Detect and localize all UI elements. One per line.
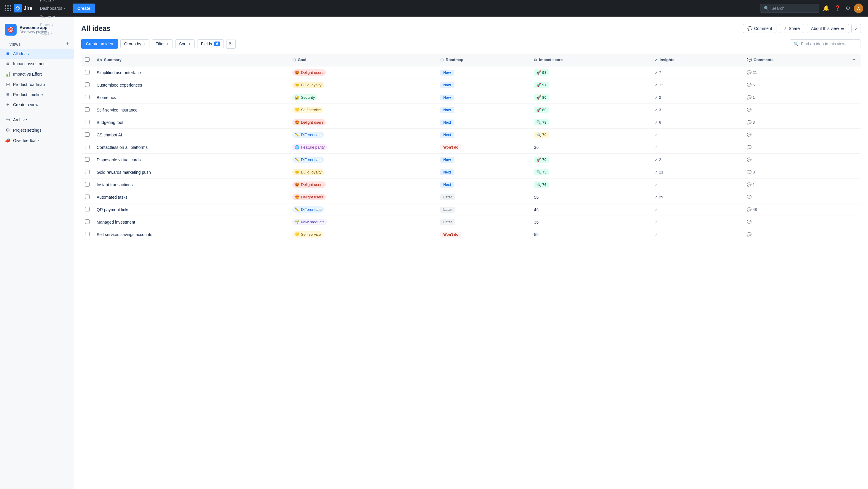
goal-badge[interactable]: ✏️ Differentiate	[292, 157, 324, 163]
row-summary-cell[interactable]: Managed investment	[93, 216, 289, 228]
comment-button[interactable]: 💬 Comment	[743, 24, 777, 33]
roadmap-badge[interactable]: Next	[440, 169, 454, 175]
roadmap-badge[interactable]: Now	[440, 107, 454, 113]
logo-text: Jira	[24, 6, 32, 11]
comment-icon-empty: 💬	[747, 108, 751, 112]
row-checkbox[interactable]	[85, 219, 90, 224]
sidebar-item-create-view[interactable]: +Create a view	[0, 100, 74, 110]
roadmap-badge[interactable]: Later	[440, 207, 455, 213]
sidebar-item-give-feedback[interactable]: 📣Give feedback	[0, 135, 74, 146]
create-button[interactable]: Create	[73, 4, 95, 13]
goal-badge[interactable]: 😍 Delight users	[292, 182, 326, 188]
nav-item-apps[interactable]: Apps▾	[37, 29, 68, 37]
add-view-button[interactable]: +	[66, 41, 69, 47]
fields-button[interactable]: Fields 6	[197, 39, 224, 48]
row-summary-cell[interactable]: Self service: savings accounts	[93, 228, 289, 241]
user-avatar[interactable]: A	[854, 4, 863, 13]
goal-badge[interactable]: 😍 Delight users	[292, 194, 326, 200]
row-checkbox[interactable]	[85, 132, 90, 137]
row-summary-cell[interactable]: Instant transactions	[93, 179, 289, 191]
goal-badge[interactable]: ✏️ Differentiate	[292, 132, 324, 138]
roadmap-badge[interactable]: Now	[440, 157, 454, 163]
row-summary-cell[interactable]: Contactless on all platforms	[93, 141, 289, 154]
help-icon[interactable]: ❓	[833, 4, 842, 13]
sidebar-item-project-settings[interactable]: ⚙Project settings	[0, 125, 74, 135]
app-grid-button[interactable]	[5, 5, 11, 11]
row-checkbox[interactable]	[85, 120, 90, 124]
row-summary-cell[interactable]: Self-service insurance	[93, 104, 289, 116]
nav-item-filters[interactable]: Filters▾	[37, 0, 68, 4]
row-summary-cell[interactable]: Budgeting tool	[93, 116, 289, 129]
row-summary-cell[interactable]: Customised experiences	[93, 79, 289, 91]
row-checkbox[interactable]	[85, 182, 90, 186]
table-row: Biometrics 🔐 Security Now 🚀 80 ↗2 💬1	[82, 91, 861, 104]
group-by-button[interactable]: Group by +	[120, 39, 149, 48]
goal-badge[interactable]: 😍 Delight users	[292, 69, 326, 75]
th-summary: Aα Summary	[93, 54, 289, 66]
settings-icon[interactable]: ⚙	[844, 4, 851, 13]
row-summary-cell[interactable]: CS chatbot AI	[93, 129, 289, 141]
nav-item-plans[interactable]: Plans▾	[37, 21, 68, 29]
row-summary-cell[interactable]: Disposable virtual cards	[93, 154, 289, 166]
roadmap-badge[interactable]: Next	[440, 120, 454, 125]
notifications-icon[interactable]: 🔔	[822, 4, 831, 13]
roadmap-badge[interactable]: Now	[440, 70, 454, 75]
sort-button[interactable]: Sort +	[175, 39, 195, 48]
find-idea-input[interactable]	[801, 41, 857, 46]
goal-badge[interactable]: 💛 Self service	[292, 231, 323, 238]
share-button[interactable]: ↗ Share	[779, 24, 804, 33]
row-checkbox[interactable]	[85, 170, 90, 174]
roadmap-badge[interactable]: Next	[440, 182, 454, 188]
roadmap-badge[interactable]: Next	[440, 132, 454, 138]
row-summary-cell[interactable]: QR payment links	[93, 204, 289, 216]
comments-empty: 💬	[747, 232, 845, 237]
search-input[interactable]	[771, 6, 815, 11]
select-all-checkbox[interactable]	[85, 57, 90, 62]
goal-badge[interactable]: 🤝 Build loyalty	[292, 169, 324, 175]
row-checkbox[interactable]	[85, 83, 90, 87]
roadmap-badge[interactable]: Won't do	[440, 232, 461, 238]
row-checkbox[interactable]	[85, 207, 90, 211]
row-insights-cell: ↗11	[651, 166, 743, 179]
goal-badge[interactable]: 🌱 New products	[292, 219, 327, 225]
row-checkbox[interactable]	[85, 108, 90, 112]
roadmap-badge[interactable]: Later	[440, 219, 455, 225]
refresh-button[interactable]: ↻	[226, 39, 236, 49]
row-impact-cell: 🔍 75	[530, 166, 651, 179]
row-checkbox[interactable]	[85, 70, 90, 74]
jira-logo[interactable]: Jira	[13, 4, 32, 12]
goal-badge[interactable]: 🤝 Build loyalty	[292, 82, 324, 88]
row-checkbox[interactable]	[85, 157, 90, 162]
roadmap-badge[interactable]: Later	[440, 194, 455, 200]
sidebar-item-archive[interactable]: 🗃Archive	[0, 115, 74, 125]
row-checkbox[interactable]	[85, 232, 90, 236]
search-bar[interactable]: 🔍	[760, 4, 819, 13]
goal-badge[interactable]: 💛 Self service	[292, 107, 323, 113]
create-idea-button[interactable]: Create an idea	[81, 39, 118, 49]
sidebar-item-product-timeline[interactable]: ≡Product timeline	[0, 90, 74, 100]
row-checkbox[interactable]	[85, 145, 90, 149]
row-checkbox[interactable]	[85, 95, 90, 99]
row-summary-cell[interactable]: Simplified user interface	[93, 66, 289, 79]
roadmap-badge[interactable]: Won't do	[440, 145, 461, 150]
sidebar-item-impact-assesment[interactable]: ≡Impact assesment	[0, 59, 74, 69]
row-checkbox[interactable]	[85, 194, 90, 199]
row-summary-cell[interactable]: Automated tasks	[93, 191, 289, 204]
nav-item-dashboards[interactable]: Dashboards▾	[37, 4, 68, 12]
goal-badge[interactable]: 😍 Delight users	[292, 119, 326, 125]
row-summary-cell[interactable]: Gold rewards marketing push	[93, 166, 289, 179]
goal-badge[interactable]: 🌐 Feature parity	[292, 144, 327, 150]
add-column-button[interactable]: +	[852, 57, 856, 63]
filter-button[interactable]: Filter +	[152, 39, 173, 48]
row-summary-cell[interactable]: Biometrics	[93, 91, 289, 104]
about-view-button[interactable]: About this view ☰	[807, 24, 849, 33]
nav-item-teams[interactable]: Teams▾	[37, 12, 68, 21]
roadmap-badge[interactable]: Now	[440, 95, 454, 100]
roadmap-badge[interactable]: Now	[440, 82, 454, 88]
goal-badge[interactable]: 🔐 Security	[292, 94, 317, 100]
sidebar-item-all-ideas[interactable]: ≡All ideas	[0, 49, 74, 59]
sidebar-item-product-roadmap[interactable]: ⊞Product roadmap	[0, 79, 74, 90]
goal-badge[interactable]: ✏️ Differentiate	[292, 206, 324, 213]
expand-button[interactable]: ⤢	[851, 24, 861, 33]
sidebar-item-impact-vs-effort[interactable]: 📊Impact vs Effort	[0, 69, 74, 79]
